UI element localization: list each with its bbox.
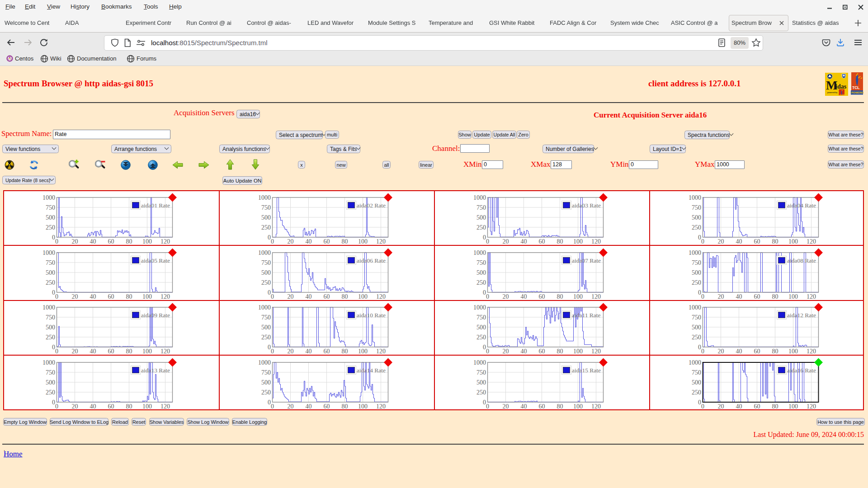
svg-text:500: 500 xyxy=(692,269,701,276)
svg-text:80: 80 xyxy=(342,293,348,300)
svg-text:40: 40 xyxy=(306,403,312,410)
svg-text:1000: 1000 xyxy=(473,194,486,201)
svg-text:aida15 Rate: aida15 Rate xyxy=(572,367,601,374)
svg-text:60: 60 xyxy=(754,348,760,355)
svg-text:100: 100 xyxy=(788,293,798,300)
svg-text:aida16 Rate: aida16 Rate xyxy=(787,367,816,374)
svg-text:500: 500 xyxy=(46,269,55,276)
svg-text:20: 20 xyxy=(718,403,724,410)
svg-text:40: 40 xyxy=(90,403,96,410)
svg-text:60: 60 xyxy=(324,348,330,355)
svg-text:0: 0 xyxy=(483,344,486,351)
svg-text:80: 80 xyxy=(126,293,132,300)
svg-text:500: 500 xyxy=(476,379,486,385)
svg-text:aida10 Rate: aida10 Rate xyxy=(357,312,386,319)
svg-text:120: 120 xyxy=(376,403,386,410)
svg-text:40: 40 xyxy=(521,403,527,410)
svg-text:40: 40 xyxy=(736,403,742,410)
svg-text:120: 120 xyxy=(160,238,170,245)
svg-text:250: 250 xyxy=(261,279,271,286)
svg-text:60: 60 xyxy=(108,403,114,410)
svg-text:500: 500 xyxy=(476,324,486,331)
svg-text:80: 80 xyxy=(557,293,563,300)
svg-text:0: 0 xyxy=(701,293,704,300)
svg-text:1000: 1000 xyxy=(689,194,701,201)
svg-text:60: 60 xyxy=(754,403,760,410)
svg-text:120: 120 xyxy=(807,293,816,300)
svg-text:100: 100 xyxy=(142,293,152,300)
svg-text:500: 500 xyxy=(261,324,271,331)
svg-text:POWERED: POWERED xyxy=(851,91,863,94)
svg-text:0: 0 xyxy=(486,403,489,410)
svg-text:100: 100 xyxy=(142,238,152,245)
svg-text:60: 60 xyxy=(754,238,760,245)
svg-text:aida01 Rate: aida01 Rate xyxy=(141,202,170,209)
svg-text:0: 0 xyxy=(486,293,489,300)
svg-text:100: 100 xyxy=(573,238,583,245)
svg-text:500: 500 xyxy=(261,269,271,276)
svg-text:120: 120 xyxy=(807,348,816,355)
svg-text:60: 60 xyxy=(324,403,330,410)
svg-text:60: 60 xyxy=(108,293,114,300)
svg-text:80: 80 xyxy=(772,348,778,355)
svg-text:1000: 1000 xyxy=(258,194,271,201)
svg-text:250: 250 xyxy=(692,279,701,286)
svg-text:250: 250 xyxy=(692,334,701,341)
svg-text:aida09 Rate: aida09 Rate xyxy=(141,312,170,319)
svg-text:250: 250 xyxy=(476,389,486,395)
svg-text:80: 80 xyxy=(342,403,348,410)
svg-text:1000: 1000 xyxy=(689,249,701,256)
svg-text:0: 0 xyxy=(483,289,486,296)
svg-text:1000: 1000 xyxy=(473,304,486,311)
svg-text:0: 0 xyxy=(268,289,271,296)
svg-text:500: 500 xyxy=(46,379,55,385)
svg-text:100: 100 xyxy=(142,403,152,410)
svg-text:0: 0 xyxy=(483,399,486,405)
svg-text:80: 80 xyxy=(126,238,132,245)
svg-text:40: 40 xyxy=(90,348,96,355)
svg-text:60: 60 xyxy=(108,348,114,355)
svg-text:0: 0 xyxy=(698,234,701,241)
svg-text:80: 80 xyxy=(126,403,132,410)
svg-text:20: 20 xyxy=(288,238,294,245)
svg-text:80: 80 xyxy=(772,403,778,410)
svg-text:1000: 1000 xyxy=(473,249,486,256)
svg-text:1000: 1000 xyxy=(473,359,486,366)
svg-text:aida08 Rate: aida08 Rate xyxy=(787,257,816,264)
svg-text:80: 80 xyxy=(772,238,778,245)
svg-text:20: 20 xyxy=(503,348,509,355)
svg-text:0: 0 xyxy=(55,403,58,410)
svg-text:120: 120 xyxy=(591,348,601,355)
svg-text:40: 40 xyxy=(521,293,527,300)
svg-text:powered by: powered by xyxy=(827,91,838,94)
svg-text:0: 0 xyxy=(271,293,274,300)
svg-text:500: 500 xyxy=(476,269,486,276)
svg-text:250: 250 xyxy=(46,279,55,286)
svg-text:aida03 Rate: aida03 Rate xyxy=(572,202,601,209)
svg-text:0: 0 xyxy=(701,238,704,245)
svg-text:40: 40 xyxy=(736,238,742,245)
svg-text:120: 120 xyxy=(160,403,170,410)
svg-text:1000: 1000 xyxy=(42,304,55,311)
svg-text:20: 20 xyxy=(718,238,724,245)
svg-text:POWER: POWER xyxy=(840,94,846,96)
svg-text:60: 60 xyxy=(324,293,330,300)
svg-text:750: 750 xyxy=(692,259,701,266)
svg-text:80: 80 xyxy=(557,348,563,355)
svg-text:TCL: TCL xyxy=(852,85,860,90)
svg-text:idas: idas xyxy=(835,83,847,90)
svg-text:250: 250 xyxy=(261,389,271,395)
svg-text:500: 500 xyxy=(692,214,701,221)
svg-text:120: 120 xyxy=(591,293,601,300)
svg-text:120: 120 xyxy=(376,348,386,355)
svg-text:250: 250 xyxy=(46,389,55,395)
svg-text:20: 20 xyxy=(72,293,78,300)
svg-text:20: 20 xyxy=(72,348,78,355)
svg-text:20: 20 xyxy=(503,403,509,410)
svg-text:aida13 Rate: aida13 Rate xyxy=(141,367,170,374)
svg-text:250: 250 xyxy=(46,334,55,341)
svg-text:120: 120 xyxy=(160,348,170,355)
svg-text:250: 250 xyxy=(261,334,271,341)
svg-text:0: 0 xyxy=(271,403,274,410)
svg-text:20: 20 xyxy=(718,293,724,300)
